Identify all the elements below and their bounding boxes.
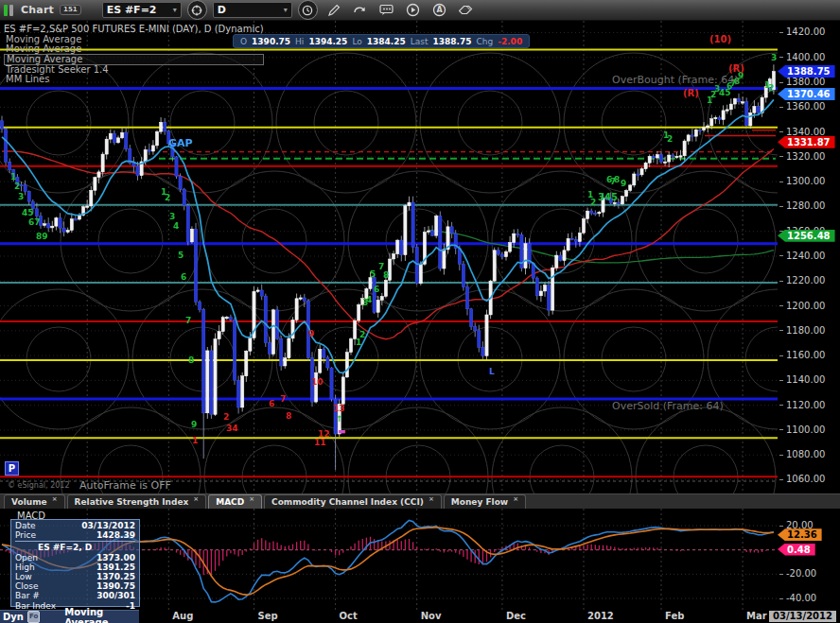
quote-tool-button[interactable]	[376, 1, 397, 20]
candle-up	[749, 112, 752, 126]
mm-circle-decoration	[674, 209, 738, 273]
tab-money-flow[interactable]: Money Flow×	[444, 494, 526, 509]
seeker-annotation: 2	[165, 193, 170, 202]
candle-up	[729, 104, 732, 110]
chevron-down-icon: ▾	[173, 6, 177, 14]
candle-up	[384, 280, 387, 296]
mm-circle-decoration	[242, 445, 306, 493]
time-axis-label: Feb	[665, 611, 684, 621]
tab-close-icon[interactable]: ×	[513, 495, 518, 503]
seeker-annotation: 1	[10, 172, 16, 182]
candle-down	[470, 309, 473, 327]
auto-tool-button[interactable]: A	[429, 1, 450, 20]
mm-circle-decoration	[492, 407, 632, 493]
legend-study-row[interactable]: MM Lines	[4, 75, 264, 84]
candle-down	[474, 327, 477, 331]
seeker-annotation: 2	[768, 83, 774, 93]
price-plot-canvas[interactable]: 1234567891234567891234678910111213↑▬1234…	[0, 21, 778, 493]
data-window-row: Bar #300/301	[15, 591, 135, 600]
symbol-select[interactable]: ES #F=2 ▾	[102, 2, 182, 18]
mm-circle-decoration	[26, 327, 91, 391]
macd-axis[interactable]: 20.00-20.00-40.0012.360.48	[778, 509, 840, 610]
last-date-badge: 03/13/2012	[769, 611, 836, 622]
price-axis-label: 1180.00	[779, 325, 825, 336]
title-bar: Chart 151 ES #F=2 ▾ D ▾	[0, 0, 840, 21]
tab-macd[interactable]: MACD×	[208, 494, 262, 509]
symbol-lookup-button[interactable]	[187, 0, 207, 20]
seeker-annotation: 9	[308, 329, 314, 338]
candle-up	[648, 156, 651, 163]
tab-relative-strength-index[interactable]: Relative Strength Index×	[67, 494, 207, 509]
time-template-button[interactable]	[298, 0, 318, 20]
seeker-annotation: L	[489, 367, 495, 376]
candle-down	[229, 317, 232, 320]
quote-bubble-icon	[379, 4, 394, 16]
mm-circle-decoration	[745, 327, 778, 391]
legend-study-row[interactable]: Moving Average	[4, 44, 264, 54]
candle-up	[90, 190, 93, 206]
mm-circle-decoration	[242, 209, 306, 273]
time-axis-label: Sep	[258, 611, 278, 621]
candle-up	[543, 286, 546, 291]
candle-up	[144, 149, 147, 162]
candle-up	[376, 300, 379, 312]
price-axis-label: 1220.00	[779, 275, 825, 286]
reload-tool-button[interactable]	[350, 1, 371, 20]
tab-commodity-channel-index-cci-[interactable]: Commodity Channel Index (CCI)×	[264, 494, 442, 509]
candle-down	[535, 278, 538, 296]
time-axis-label: Dec	[506, 611, 526, 621]
candle-up	[206, 351, 209, 413]
candle-up	[707, 126, 709, 128]
open-value: 1390.75	[252, 37, 290, 46]
candle-down	[757, 106, 760, 112]
symbol-value: ES #F=2	[107, 4, 157, 16]
candle-up	[753, 106, 756, 112]
candle-down	[326, 357, 329, 368]
eraser-tool-button[interactable]	[456, 1, 477, 20]
last-value: 1388.75	[433, 37, 472, 46]
candle-up	[271, 310, 274, 355]
draw-tool-button[interactable]	[324, 1, 344, 20]
candle-down	[500, 254, 503, 257]
p-marker-badge: P	[5, 461, 19, 476]
seeker-annotation: 7	[185, 316, 191, 325]
candle-up	[66, 231, 69, 233]
candle-up	[55, 218, 58, 227]
macd-panel[interactable]: MACD 20.00-20.00-40.0012.360.48 Date03/1…	[0, 509, 840, 610]
window-title: Chart	[21, 4, 54, 16]
price-axis-label: 1240.00	[779, 251, 825, 261]
candle-up	[703, 128, 706, 130]
candle-down	[194, 229, 197, 302]
candle-down	[672, 155, 674, 156]
candle-up	[249, 338, 252, 352]
data-window-row: Close1390.75	[15, 581, 135, 591]
formula-icon: Fo	[27, 611, 40, 623]
change-label: Chg	[477, 37, 494, 46]
data-window-value: 03/13/2012	[81, 521, 135, 530]
main-chart-area[interactable]: 1234567891234567891234678910111213↑▬1234…	[0, 21, 840, 493]
play-tool-button[interactable]	[403, 1, 424, 20]
candle-up	[256, 290, 259, 291]
seeker-annotation: 6	[269, 399, 274, 408]
data-window-symbol: ES #F=2, D	[15, 543, 135, 552]
price-axis-label: 1300.00	[779, 176, 825, 186]
interval-select[interactable]: D ▾	[213, 2, 292, 18]
low-value: 1384.25	[367, 37, 406, 46]
tab-close-icon[interactable]: ×	[429, 495, 434, 503]
candle-down	[59, 218, 61, 229]
data-window-key: Price	[15, 530, 36, 540]
candle-up	[408, 202, 411, 206]
mm-circle-decoration	[530, 209, 594, 273]
seeker-annotation: 10	[311, 377, 324, 387]
candle-up	[567, 238, 569, 251]
candle-up	[683, 141, 686, 156]
candle-up	[563, 251, 566, 261]
indicator-tab-bar: Volume×Relative Strength Index×MACD×Comm…	[0, 493, 840, 509]
tab-close-icon[interactable]: ×	[193, 495, 199, 503]
tab-close-icon[interactable]: ×	[249, 495, 254, 503]
tab-volume[interactable]: Volume×	[4, 494, 65, 509]
candle-down	[718, 117, 721, 119]
tab-close-icon[interactable]: ×	[52, 495, 58, 503]
price-axis[interactable]: 1060.001080.001100.001120.001140.001160.…	[778, 21, 840, 493]
seeker-annotation: 4	[173, 221, 179, 231]
